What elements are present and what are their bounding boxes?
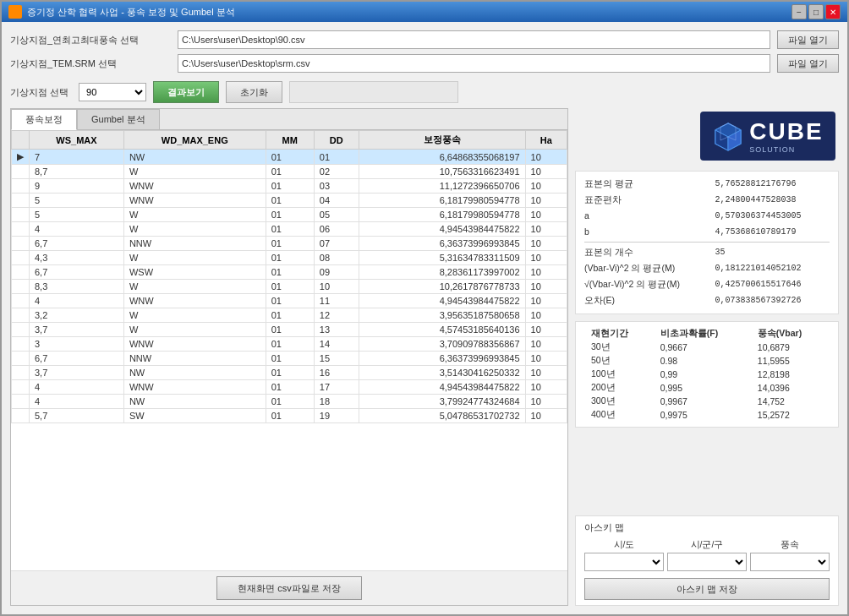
table-row[interactable]: 5W01056,1817998059477810 bbox=[12, 208, 567, 222]
table-cell: 01 bbox=[266, 323, 314, 337]
table-cell: 10 bbox=[525, 409, 567, 423]
data-table: WS_MAX WD_MAX_ENG MM DD 보정풍속 Ha ▶7NW0101… bbox=[11, 130, 567, 423]
table-cell: NW bbox=[123, 395, 266, 409]
table-cell: 3,2 bbox=[30, 308, 124, 323]
table-row[interactable]: ▶7NW01016,6486835506819710 bbox=[12, 150, 567, 165]
minimize-button[interactable]: − bbox=[791, 4, 807, 19]
table-cell: 4,94543984475822 bbox=[359, 380, 525, 395]
table-cell: 15 bbox=[314, 352, 359, 366]
open-file2-button[interactable]: 파일 열기 bbox=[777, 54, 839, 73]
close-button[interactable]: ✕ bbox=[825, 4, 841, 19]
table-row[interactable]: 4,3W01085,3163478331150910 bbox=[12, 251, 567, 265]
table-row[interactable]: 4WNW01114,9454398447582210 bbox=[12, 294, 567, 308]
table-cell: 10 bbox=[525, 251, 567, 265]
disabled-button bbox=[289, 81, 458, 103]
csv-save-button[interactable]: 현재화면 csv파일로 저장 bbox=[216, 576, 362, 600]
table-cell: W bbox=[123, 251, 266, 265]
table-row[interactable]: 4NW01183,7992477432468410 bbox=[12, 395, 567, 409]
table-row[interactable]: 3WNW01143,7090978835686710 bbox=[12, 337, 567, 352]
table-cell: 01 bbox=[266, 179, 314, 194]
table-cell: 16 bbox=[314, 366, 359, 380]
result-button[interactable]: 결과보기 bbox=[153, 81, 219, 103]
table-row[interactable]: 6,7NNW01076,3637399699384510 bbox=[12, 237, 567, 251]
table-cell: 10 bbox=[525, 150, 567, 165]
ascii-title: 아스키 맵 bbox=[584, 521, 830, 534]
table-row[interactable]: 6,7WSW01098,2836117399700210 bbox=[12, 265, 567, 280]
open-file1-button[interactable]: 파일 열기 bbox=[777, 30, 839, 49]
reset-button[interactable]: 초기화 bbox=[226, 81, 282, 103]
table-cell: 05 bbox=[314, 208, 359, 222]
table-row[interactable]: 4WNW01174,9454398447582210 bbox=[12, 380, 567, 395]
table-cell: 3,70909788356867 bbox=[359, 337, 525, 352]
table-cell: 01 bbox=[266, 251, 314, 265]
file-row-2: 기상지점_TEM.SRM 선택 파일 열기 bbox=[10, 54, 839, 73]
b-label: b bbox=[584, 225, 708, 240]
table-row[interactable]: 6,7NNW01156,3637399699384510 bbox=[12, 352, 567, 366]
table-row[interactable]: 3,2W01123,9563518758065810 bbox=[12, 308, 567, 323]
table-cell: 10 bbox=[525, 323, 567, 337]
table-cell: 10 bbox=[525, 308, 567, 323]
file-row-1: 기상지점_연최고최대풍속 선택 파일 열기 bbox=[10, 30, 839, 49]
table-cell: W bbox=[123, 208, 266, 222]
table-row[interactable]: 3,7NW01163,5143041625033210 bbox=[12, 366, 567, 380]
return-year-cell: 200년 bbox=[584, 381, 654, 395]
table-row[interactable]: 8,3W011010,261787677873310 bbox=[12, 280, 567, 294]
wind-select[interactable] bbox=[750, 553, 830, 571]
table-cell: 5,31634783311509 bbox=[359, 251, 525, 265]
col-ha: Ha bbox=[525, 131, 567, 150]
row-indicator bbox=[12, 395, 30, 409]
return-v-cell: 14,0396 bbox=[751, 381, 830, 395]
return-year-cell: 100년 bbox=[584, 368, 654, 381]
table-row[interactable]: 8,7W010210,756331662349110 bbox=[12, 165, 567, 179]
table-row[interactable]: 9WNW010311,127239665070610 bbox=[12, 179, 567, 194]
return-year-cell: 30년 bbox=[584, 341, 654, 354]
mean-v-label: (Vbar-Vi)^2 의 평균(M) bbox=[584, 261, 708, 276]
table-cell: 06 bbox=[314, 222, 359, 237]
stats-box: 표본의 평균 5,76528812176796 표준편차 2,248004475… bbox=[575, 171, 839, 314]
table-cell: 6,7 bbox=[30, 265, 124, 280]
table-cell: 08 bbox=[314, 251, 359, 265]
table-cell: WNW bbox=[123, 194, 266, 208]
table-cell: 4 bbox=[30, 395, 124, 409]
tab-gumbel[interactable]: Gumbel 분석 bbox=[77, 109, 160, 129]
return-v-cell: 14,752 bbox=[751, 395, 830, 408]
table-cell: 4,3 bbox=[30, 251, 124, 265]
station-select[interactable]: 90 bbox=[79, 83, 146, 101]
table-wrapper[interactable]: WS_MAX WD_MAX_ENG MM DD 보정풍속 Ha ▶7NW0101… bbox=[11, 130, 567, 570]
table-cell: 4,94543984475822 bbox=[359, 222, 525, 237]
logo-box: CUBE SOLUTION bbox=[700, 112, 835, 161]
return-period-table: 재현기간 비초과확률(F) 풍속(Vbar) 30년0,966710,68795… bbox=[575, 321, 839, 428]
table-cell: 10,2617876778733 bbox=[359, 280, 525, 294]
b-value: 4,75368610789179 bbox=[715, 225, 830, 240]
logo-cube-text: CUBE bbox=[749, 118, 823, 145]
table-row[interactable]: 3,7W01134,5745318564013610 bbox=[12, 323, 567, 337]
district-col: 시/군/구 bbox=[667, 539, 747, 571]
table-cell: 18 bbox=[314, 395, 359, 409]
ascii-save-button[interactable]: 아스키 맵 저장 bbox=[584, 578, 830, 600]
table-cell: 3,7 bbox=[30, 366, 124, 380]
content-area: 기상지점_연최고최대풍속 선택 파일 열기 기상지점_TEM.SRM 선택 파일… bbox=[2, 22, 847, 614]
table-row[interactable]: 5,7SW01195,0478653170273210 bbox=[12, 409, 567, 423]
table-cell: 11 bbox=[314, 294, 359, 308]
district-select[interactable] bbox=[667, 553, 747, 571]
table-cell: 10 bbox=[525, 352, 567, 366]
file1-path-input[interactable] bbox=[178, 30, 770, 49]
col-corrected-wind: 보정풍속 bbox=[359, 131, 525, 150]
table-cell: 3,51430416250332 bbox=[359, 366, 525, 380]
table-cell: 01 bbox=[266, 222, 314, 237]
main-area: 풍속보정 Gumbel 분석 WS_MAX WD_MAX_ENG MM DD bbox=[10, 108, 839, 606]
table-row[interactable]: 5WNW01046,1817998059477810 bbox=[12, 194, 567, 208]
row-indicator bbox=[12, 352, 30, 366]
table-cell: WNW bbox=[123, 337, 266, 352]
table-cell: 01 bbox=[266, 165, 314, 179]
row-indicator bbox=[12, 323, 30, 337]
table-cell: 01 bbox=[266, 308, 314, 323]
file2-path-input[interactable] bbox=[178, 54, 770, 73]
table-cell: 02 bbox=[314, 165, 359, 179]
maximize-button[interactable]: □ bbox=[808, 4, 824, 19]
return-f-header: 비초과확률(F) bbox=[660, 328, 718, 338]
table-row[interactable]: 4W01064,9454398447582210 bbox=[12, 222, 567, 237]
return-period-row: 300년0,996714,752 bbox=[584, 395, 830, 408]
city-select[interactable] bbox=[584, 553, 664, 571]
tab-wind-correction[interactable]: 풍속보정 bbox=[11, 109, 77, 130]
